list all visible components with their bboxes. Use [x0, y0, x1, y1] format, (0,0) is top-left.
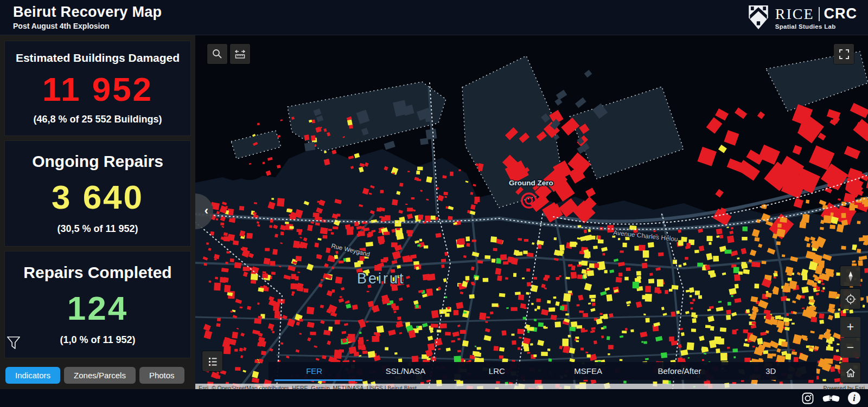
map-tab-msfea[interactable]: MSFEA	[542, 362, 634, 380]
map-tab-ssl-nasa[interactable]: SSL/NASA	[360, 362, 451, 380]
chevron-left-icon: ‹	[205, 204, 208, 218]
compass-button[interactable]	[840, 266, 860, 286]
map-tab-bar: FER SSL/NASA LRC MSFEA Before/After 3D	[269, 362, 816, 380]
stat-value: 3 640	[8, 180, 187, 214]
legend-button[interactable]	[202, 351, 222, 371]
stat-card-buildings-damaged: Estimated Buildings Damaged 11 952 (46,8…	[4, 41, 191, 136]
handshake-icon[interactable]	[821, 392, 841, 405]
funnel-icon	[6, 335, 21, 350]
map-tab-3d[interactable]: 3D	[725, 362, 816, 380]
map-tab-lrc[interactable]: LRC	[451, 362, 542, 380]
zoom-out-button[interactable]: −	[840, 338, 860, 358]
measure-ruler-icon	[234, 48, 246, 60]
footer-bar: i	[0, 389, 868, 407]
logo-unit-text: CRC	[824, 5, 858, 22]
rice-shield-icon	[747, 4, 770, 30]
logo-tagline: Spatial Studies Lab	[775, 23, 857, 30]
logo-divider	[819, 7, 820, 21]
stat-detail: (30,5 % of 11 952)	[8, 223, 187, 235]
info-button[interactable]: i	[848, 392, 860, 404]
tab-zones-parcels[interactable]: Zones/Parcels	[64, 367, 136, 384]
info-icon: i	[853, 394, 855, 403]
ground-zero-label: Ground Zero	[509, 179, 553, 187]
zoom-controls: + −	[840, 317, 860, 358]
rice-crc-logo: RICE CRC Spatial Studies Lab	[747, 4, 857, 30]
stat-value: 11 952	[8, 73, 187, 106]
page-title: Beirut Recovery Map	[13, 4, 162, 21]
zoom-in-button[interactable]: +	[840, 317, 860, 337]
stat-card-ongoing-repairs: Ongoing Repairs 3 640 (30,5 % of 11 952)	[4, 140, 191, 247]
tab-photos[interactable]: Photos	[139, 367, 184, 384]
attribution-text: Esri, © OpenStreetMap contributors, HERE…	[199, 385, 417, 389]
map-canvas[interactable]: Ground Zero Beirut Rue Weygand Avenue Ch…	[195, 35, 868, 389]
home-button[interactable]	[840, 363, 860, 383]
legend-list-icon	[207, 356, 218, 367]
page-subtitle: Post August 4th Explosion	[13, 22, 162, 30]
map-attribution-bar: Esri, © OpenStreetMap contributors, HERE…	[195, 384, 868, 389]
city-label: Beirut	[357, 270, 405, 287]
fullscreen-icon	[838, 48, 850, 60]
measure-button[interactable]	[230, 44, 250, 64]
sidebar-tab-bar: Indicators Zones/Parcels Photos	[5, 367, 184, 384]
app-header: Beirut Recovery Map Post August 4th Expl…	[0, 0, 868, 35]
stat-title: Ongoing Repairs	[8, 152, 187, 171]
instagram-icon[interactable]	[801, 392, 814, 405]
stat-value: 124	[8, 292, 187, 325]
map-container: Ground Zero Beirut Rue Weygand Avenue Ch…	[195, 35, 868, 389]
map-tab-before-after[interactable]: Before/After	[634, 362, 725, 380]
tab-indicators[interactable]: Indicators	[5, 367, 60, 384]
active-tab-underline	[275, 379, 362, 381]
stat-title: Estimated Buildings Damaged	[8, 51, 187, 64]
locate-crosshair-icon	[845, 293, 857, 305]
fullscreen-button[interactable]	[834, 44, 854, 64]
compass-needle-icon	[844, 269, 858, 283]
filter-button[interactable]	[4, 333, 23, 352]
stat-detail: (1,0 % of 11 952)	[8, 334, 187, 346]
search-button[interactable]	[207, 44, 227, 64]
stat-title: Repairs Completed	[8, 263, 187, 282]
locate-button[interactable]	[840, 289, 860, 309]
map-tab-fer[interactable]: FER	[269, 362, 360, 380]
indicators-panel: Estimated Buildings Damaged 11 952 (46,8…	[0, 35, 195, 389]
stat-card-repairs-completed: Repairs Completed 124 (1,0 % of 11 952)	[4, 251, 191, 358]
home-icon	[845, 367, 857, 379]
search-icon	[212, 48, 223, 60]
powered-by-esri: Powered by Esri	[824, 385, 865, 389]
stat-detail: (46,8 % of 25 552 Buildings)	[8, 114, 187, 125]
logo-org-text: RICE	[775, 5, 814, 23]
